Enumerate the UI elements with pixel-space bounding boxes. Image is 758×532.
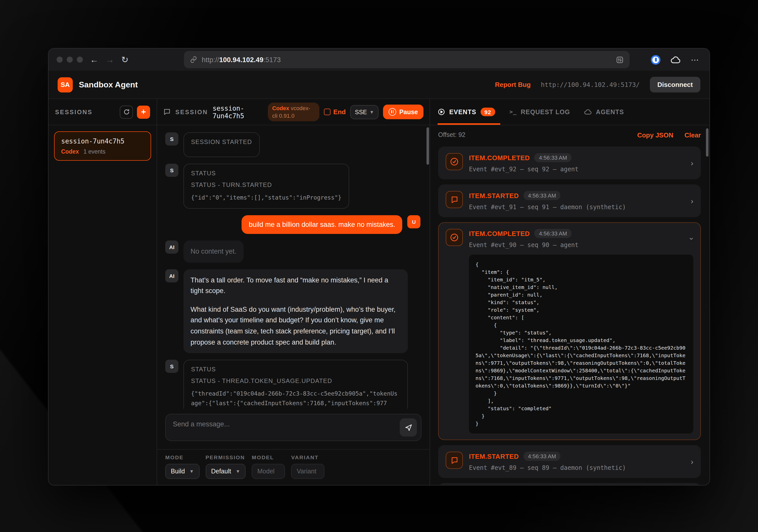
chat-bubble-icon [446, 452, 463, 469]
app-title: Sandbox Agent [79, 80, 138, 89]
sessions-title: SESSIONS [55, 108, 92, 116]
model-input[interactable] [252, 464, 285, 479]
address-bar[interactable]: http://100.94.102.49:5173 [184, 51, 630, 68]
event-type: ITEM.STARTED [469, 192, 519, 199]
refresh-sessions-button[interactable] [120, 105, 133, 118]
minimize-window-button[interactable] [67, 56, 73, 63]
chat-message: build me a billion dollar saas. make no … [165, 215, 421, 234]
cloud-icon[interactable] [671, 56, 681, 63]
close-window-button[interactable] [56, 56, 63, 63]
session-label: SESSION [175, 108, 208, 116]
event-type: ITEM.COMPLETED [469, 230, 530, 237]
session-agent-label: Codex [61, 149, 79, 154]
message-bubble: That’s a tall order. To move fast and “m… [184, 269, 408, 353]
event-card[interactable]: ITEM.STARTED4:56:33 AMEvent #evt_91 – se… [438, 184, 701, 217]
chevron-down-icon: ▼ [369, 109, 374, 115]
avatar: S [165, 360, 178, 373]
message-input[interactable] [165, 414, 422, 441]
events-scrollbar-thumb[interactable] [706, 128, 708, 157]
event-body: ITEM.STARTED4:56:33 AMEvent #evt_89 – se… [469, 452, 693, 471]
avatar: U [407, 215, 421, 228]
chat-scrollbar-thumb[interactable] [427, 127, 429, 165]
tab-request-log[interactable]: >_ REQUEST LOG [509, 108, 570, 116]
events-toolbar: Offset: 92 Copy JSON Clear [430, 125, 709, 144]
expand-chevron-icon[interactable]: › [691, 159, 693, 167]
chevron-down-icon: ▼ [236, 469, 240, 474]
chat-message: AIThat’s a tall order. To move fast and … [165, 269, 421, 353]
message-line: STATUS - THREAD.TOKEN_USAGE.UPDATED [191, 378, 400, 384]
message-line: STATUS [191, 366, 400, 373]
clear-events-button[interactable]: Clear [684, 131, 701, 139]
url-text: http://100.94.102.49:5173 [202, 56, 281, 63]
session-name: session-7un4c7h5 [61, 137, 144, 145]
zoom-window-button[interactable] [77, 56, 83, 63]
event-type: ITEM.STARTED [469, 452, 519, 460]
app-logo: SA [57, 77, 73, 92]
chat-bubble-icon [446, 191, 463, 208]
copy-json-button[interactable]: Copy JSON [637, 131, 673, 139]
event-body: ITEM.COMPLETED4:56:33 AMEvent #evt_90 – … [469, 229, 693, 433]
event-card[interactable]: ITEM.STARTED4:56:33 AMEvent #evt_89 – se… [438, 445, 701, 478]
event-card[interactable]: ITEM.COMPLETED4:56:33 AMEvent #evt_92 – … [438, 147, 701, 179]
expand-chevron-icon[interactable]: › [691, 197, 693, 205]
variant-input[interactable] [291, 464, 325, 479]
forward-button[interactable]: → [106, 55, 114, 64]
permission-select[interactable]: Default▼ [205, 464, 246, 479]
events-count-badge: 92 [480, 108, 495, 116]
expand-chevron-icon[interactable]: › [691, 458, 693, 465]
back-button[interactable]: ← [90, 55, 98, 64]
pause-button[interactable]: Pause [383, 105, 424, 119]
message-line: That’s a tall order. To move fast and “m… [190, 275, 401, 296]
browser-menu-icon[interactable]: ⋯ [691, 55, 699, 64]
event-card[interactable]: ITEM.COMPLETED4:56:33 AMEvent #evt_88 – … [438, 483, 701, 485]
window-traffic-lights[interactable] [56, 56, 83, 63]
sidebar-item-session[interactable]: session-7un4c7h5 Codex 1 events [54, 131, 151, 161]
transport-select[interactable]: SSE▼ [350, 105, 378, 119]
send-button[interactable] [400, 418, 417, 437]
permission-label: PERMISSION [205, 454, 246, 460]
new-session-button[interactable]: + [137, 105, 150, 118]
events-offset: Offset: 92 [438, 131, 465, 138]
session-chat-icon [163, 108, 171, 116]
tab-events[interactable]: EVENTS 92 [438, 108, 495, 116]
play-circle-icon [438, 108, 445, 116]
event-type: ITEM.COMPLETED [469, 154, 530, 161]
reload-button[interactable]: ↻ [121, 55, 129, 64]
chat-message-list[interactable]: SSESSION STARTEDSSTATUSSTATUS - TURN.STA… [157, 125, 430, 409]
end-label: End [333, 108, 346, 116]
chat-message: SSTATUSSTATUS - TURN.STARTED{"id":"0","i… [165, 164, 421, 209]
event-body: ITEM.STARTED4:56:33 AMEvent #evt_91 – se… [469, 191, 693, 211]
event-list[interactable]: ITEM.COMPLETED4:56:33 AMEvent #evt_92 – … [430, 144, 709, 485]
avatar: S [165, 132, 178, 146]
password-manager-icon[interactable] [651, 55, 661, 64]
message-line: STATUS [191, 170, 341, 177]
event-time: 4:56:33 AM [534, 153, 571, 162]
message-line: SESSION STARTED [191, 138, 252, 146]
reader-settings-icon[interactable] [616, 56, 624, 63]
events-tabs: EVENTS 92 >_ REQUEST LOG AGENTS [430, 99, 709, 125]
session-events-count: 1 events [84, 149, 105, 154]
event-card[interactable]: ITEM.COMPLETED4:56:33 AMEvent #evt_90 – … [438, 222, 701, 440]
server-url: http://100.94.102.49:5173/ [541, 81, 640, 88]
chat-header: SESSION session-7un4c7h5 Codex vcodex-cl… [157, 99, 430, 125]
report-bug-link[interactable]: Report Bug [495, 81, 531, 88]
tab-agents[interactable]: AGENTS [584, 108, 624, 116]
avatar: S [165, 164, 178, 177]
event-meta: Event #evt_90 – seq 90 – agent [469, 242, 693, 249]
event-meta: Event #evt_89 – seq 89 – daemon (synthet… [469, 464, 693, 471]
model-label: MODEL [252, 454, 285, 460]
avatar: AI [165, 241, 178, 253]
message-line: {"id":"0","items":[],"status":"inProgres… [191, 193, 341, 203]
message-bubble: SESSION STARTED [184, 132, 259, 157]
collapse-chevron-icon[interactable]: › [688, 238, 696, 240]
mode-select[interactable]: Build▼ [165, 464, 199, 479]
link-icon [190, 56, 197, 63]
event-meta: Event #evt_92 – seq 92 – agent [469, 166, 693, 173]
message-line: No content yet. [190, 246, 236, 257]
sessions-sidebar: SESSIONS + session-7un4c7h5 Codex 1 even… [49, 99, 157, 485]
disconnect-button[interactable]: Disconnect [650, 77, 701, 92]
event-time: 4:56:33 AM [523, 191, 561, 200]
message-bubble: No content yet. [184, 241, 244, 262]
end-checkbox[interactable] [324, 109, 330, 115]
app-header: SA Sandbox Agent Report Bug http://100.9… [49, 71, 709, 99]
